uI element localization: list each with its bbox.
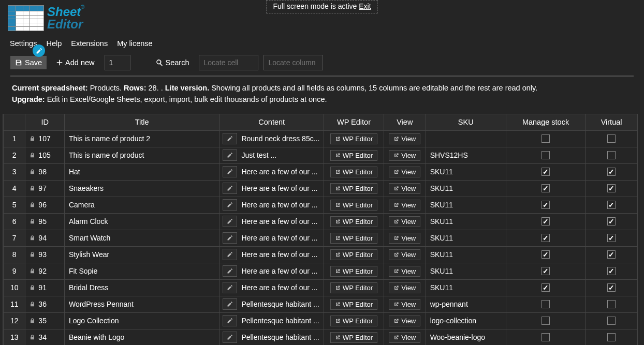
- cell-id[interactable]: 107: [25, 130, 65, 147]
- row-number[interactable]: 1: [4, 130, 25, 147]
- cell-managestock[interactable]: [506, 163, 585, 180]
- cell-content[interactable]: Here are a few of our ...: [219, 213, 324, 230]
- managestock-checkbox[interactable]: [541, 234, 550, 242]
- managestock-checkbox[interactable]: [541, 300, 550, 308]
- content-edit-button[interactable]: [223, 166, 237, 177]
- col-header-content[interactable]: Content: [219, 114, 324, 130]
- view-button[interactable]: View: [389, 167, 420, 177]
- cell-managestock[interactable]: [506, 296, 585, 312]
- col-header-wpeditor[interactable]: WP Editor: [324, 114, 384, 130]
- cell-id[interactable]: 92: [25, 263, 65, 279]
- wpeditor-button[interactable]: WP Editor: [330, 150, 377, 161]
- search-button[interactable]: Search: [151, 56, 194, 69]
- row-number[interactable]: 7: [4, 230, 25, 246]
- cell-sku[interactable]: [426, 130, 506, 147]
- locate-column-input[interactable]: [264, 55, 323, 70]
- virtual-checkbox[interactable]: [607, 134, 616, 143]
- virtual-checkbox[interactable]: [607, 250, 616, 259]
- managestock-checkbox[interactable]: [541, 184, 550, 192]
- cell-virtual[interactable]: [586, 197, 638, 213]
- wpeditor-button[interactable]: WP Editor: [330, 249, 377, 260]
- row-number[interactable]: 9: [4, 263, 25, 279]
- wpeditor-button[interactable]: WP Editor: [330, 233, 377, 244]
- cell-content[interactable]: Here are a few of our ...: [219, 180, 324, 197]
- cell-sku[interactable]: SKU11: [426, 279, 506, 296]
- cell-virtual[interactable]: [586, 213, 638, 230]
- cell-id[interactable]: 36: [25, 296, 65, 312]
- view-button[interactable]: View: [389, 332, 420, 343]
- cell-title[interactable]: Camera: [64, 197, 219, 213]
- cell-content[interactable]: Here are a few of our ...: [219, 263, 324, 279]
- cell-managestock[interactable]: [506, 312, 585, 329]
- cell-title[interactable]: Smart Watch: [64, 230, 219, 246]
- cell-sku[interactable]: Woo-beanie-logo: [426, 329, 506, 345]
- col-header-title[interactable]: Title: [64, 114, 219, 130]
- row-number[interactable]: 12: [4, 312, 25, 329]
- menu-help[interactable]: Help: [46, 39, 62, 48]
- row-number[interactable]: 13: [4, 329, 25, 345]
- cell-id[interactable]: 98: [25, 163, 65, 180]
- cell-virtual[interactable]: [586, 296, 638, 312]
- cell-title[interactable]: Snaeakers: [64, 180, 219, 197]
- cell-virtual[interactable]: [586, 263, 638, 279]
- cell-content[interactable]: Round neck dress 85c...: [219, 130, 324, 147]
- wpeditor-button[interactable]: WP Editor: [330, 266, 377, 277]
- managestock-checkbox[interactable]: [541, 267, 550, 275]
- cell-sku[interactable]: wp-pennant: [426, 296, 506, 312]
- managestock-checkbox[interactable]: [541, 168, 550, 176]
- cell-managestock[interactable]: [506, 147, 585, 163]
- col-header-sku[interactable]: SKU: [426, 114, 506, 130]
- menu-settings[interactable]: Settings: [10, 39, 37, 48]
- cell-title[interactable]: Bridal Dress: [64, 279, 219, 296]
- cell-id[interactable]: 35: [25, 312, 65, 329]
- view-button[interactable]: View: [389, 249, 420, 260]
- content-edit-button[interactable]: [223, 133, 237, 144]
- content-edit-button[interactable]: [223, 232, 237, 244]
- cell-managestock[interactable]: [506, 329, 585, 345]
- view-button[interactable]: View: [389, 299, 420, 310]
- cell-managestock[interactable]: [506, 230, 585, 246]
- cell-virtual[interactable]: [586, 279, 638, 296]
- managestock-checkbox[interactable]: [541, 317, 550, 325]
- content-edit-button[interactable]: [223, 249, 237, 260]
- row-number[interactable]: 5: [4, 197, 25, 213]
- cell-content[interactable]: Pellentesque habitant ...: [219, 329, 324, 345]
- cell-title[interactable]: Beanie with Logo: [64, 329, 219, 345]
- virtual-checkbox[interactable]: [607, 317, 616, 325]
- row-number[interactable]: 11: [4, 296, 25, 312]
- menu-license[interactable]: My license: [117, 39, 153, 48]
- cell-content[interactable]: Here are a few of our ...: [219, 230, 324, 246]
- content-edit-button[interactable]: [223, 149, 237, 161]
- view-button[interactable]: View: [389, 266, 420, 277]
- cell-title[interactable]: Fit Sopie: [64, 263, 219, 279]
- wpeditor-button[interactable]: WP Editor: [330, 200, 377, 211]
- wpeditor-button[interactable]: WP Editor: [330, 299, 377, 310]
- wpeditor-button[interactable]: WP Editor: [330, 282, 377, 293]
- cell-content[interactable]: Here are a few of our ...: [219, 279, 324, 296]
- wpeditor-button[interactable]: WP Editor: [330, 332, 377, 343]
- content-edit-button[interactable]: [223, 332, 237, 343]
- row-number[interactable]: 3: [4, 163, 25, 180]
- corner-cell[interactable]: [4, 114, 25, 130]
- cell-sku[interactable]: SKU11: [426, 246, 506, 263]
- wpeditor-button[interactable]: WP Editor: [330, 316, 377, 326]
- locate-cell-input[interactable]: [199, 55, 258, 70]
- cell-title[interactable]: Hat: [64, 163, 219, 180]
- cell-id[interactable]: 96: [25, 197, 65, 213]
- cell-id[interactable]: 93: [25, 246, 65, 263]
- cell-id[interactable]: 105: [25, 147, 65, 163]
- managestock-checkbox[interactable]: [541, 151, 550, 159]
- cell-title[interactable]: Logo Collection: [64, 312, 219, 329]
- content-edit-button[interactable]: [223, 298, 237, 310]
- managestock-checkbox[interactable]: [541, 333, 550, 341]
- view-button[interactable]: View: [389, 200, 420, 211]
- row-number[interactable]: 8: [4, 246, 25, 263]
- content-edit-button[interactable]: [223, 183, 237, 194]
- virtual-checkbox[interactable]: [607, 151, 616, 159]
- cell-managestock[interactable]: [506, 130, 585, 147]
- col-header-virtual[interactable]: Virtual: [586, 114, 638, 130]
- virtual-checkbox[interactable]: [607, 300, 616, 308]
- cell-virtual[interactable]: [586, 147, 638, 163]
- cell-id[interactable]: 95: [25, 213, 65, 230]
- cell-virtual[interactable]: [586, 130, 638, 147]
